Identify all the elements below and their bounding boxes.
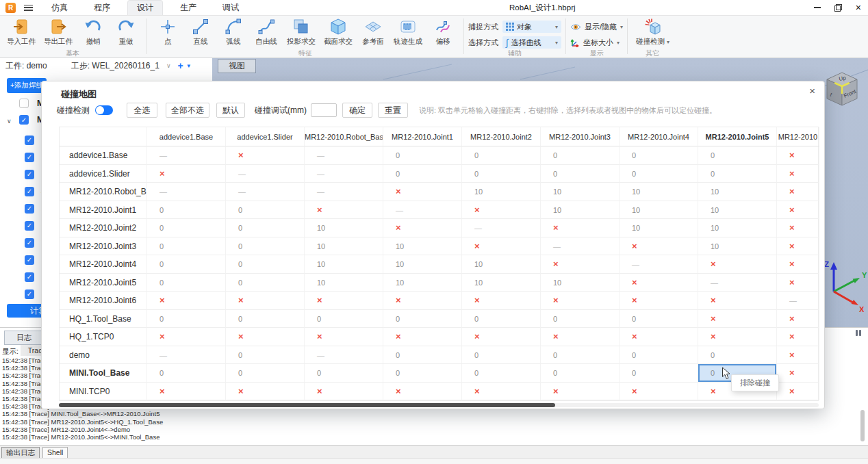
collision-cell[interactable]: ×	[226, 328, 305, 346]
collision-cell[interactable]: ×	[383, 292, 462, 310]
undo-button[interactable]: 撤销	[77, 16, 110, 47]
row-header[interactable]: MR12-2010.Joint5	[60, 274, 147, 292]
collision-cell[interactable]: 0	[462, 310, 541, 328]
collision-cell[interactable]: 10	[383, 255, 462, 274]
collision-cell[interactable]: 0	[462, 364, 541, 383]
collision-cell[interactable]: 0	[226, 310, 305, 328]
collision-cell[interactable]: ×	[698, 310, 777, 328]
collision-cell[interactable]: 0	[462, 346, 541, 365]
collision-cell[interactable]: ×	[777, 255, 819, 274]
collision-cell[interactable]: ×	[777, 346, 819, 365]
collision-cell[interactable]: 0	[147, 364, 226, 383]
collision-cell[interactable]: ×	[226, 383, 305, 401]
collision-cell[interactable]: 0	[541, 346, 620, 365]
collision-cell[interactable]: —	[226, 183, 305, 201]
checkbox-checked-icon[interactable]: ✓	[25, 255, 34, 265]
collision-cell[interactable]: ×	[777, 310, 819, 328]
collision-cell[interactable]: 0	[620, 146, 698, 165]
select-none-button[interactable]: 全部不选	[166, 103, 209, 118]
row-header[interactable]: MR12-2010.Robot_Base	[60, 183, 147, 201]
collision-cell[interactable]: ×	[462, 383, 541, 401]
menu-tab[interactable]: 调试	[214, 0, 248, 15]
collision-cell[interactable]: ×	[147, 292, 226, 310]
collision-cell[interactable]: ×	[777, 237, 819, 256]
collision-cell[interactable]: ×	[620, 292, 698, 310]
checkbox-checked-icon[interactable]: ✓	[25, 272, 34, 282]
column-header[interactable]: addevice1.Base	[147, 127, 226, 146]
collision-cell[interactable]: 0	[383, 310, 462, 328]
collision-cell[interactable]: ×	[462, 237, 541, 256]
collision-cell[interactable]: 10	[305, 237, 383, 256]
collision-cell[interactable]: —	[383, 201, 462, 220]
row-header[interactable]: MR12-2010.Joint1	[60, 201, 147, 220]
reference-plane-button[interactable]: 参考面	[357, 16, 390, 47]
collision-cell[interactable]: ×	[698, 255, 777, 274]
tab-log[interactable]: 日志	[4, 331, 44, 345]
column-header[interactable]: MR12-2010.Joint2	[462, 127, 541, 146]
checkbox-checked-icon[interactable]: ✓	[25, 289, 34, 299]
menu-tab[interactable]: 生产	[171, 0, 205, 15]
collision-cell[interactable]: 10	[383, 274, 462, 292]
trajectory-generate-button[interactable]: 轨迹生成	[390, 16, 426, 47]
collision-cell[interactable]: 10	[305, 274, 383, 292]
freeform-line-button[interactable]: 自由线	[250, 16, 283, 47]
collision-cell[interactable]: —	[305, 183, 383, 201]
reset-button[interactable]: 重置	[378, 103, 408, 118]
checkbox-checked-icon[interactable]: ✓	[25, 187, 34, 196]
collision-cell[interactable]: 0	[541, 364, 620, 383]
collision-cell[interactable]: 10	[698, 237, 777, 256]
collision-cell[interactable]: 0	[147, 201, 226, 220]
panel-pin-icon[interactable]	[856, 330, 861, 336]
collision-cell[interactable]: 0	[462, 146, 541, 165]
minimize-icon[interactable]	[814, 7, 821, 8]
collision-cell[interactable]: —	[305, 346, 383, 365]
arc-button[interactable]: 弧线	[217, 16, 250, 47]
collision-cell[interactable]: 10	[462, 274, 541, 292]
collision-cell[interactable]: 0	[147, 237, 226, 256]
collision-cell[interactable]: 0	[541, 165, 620, 183]
collision-cell[interactable]: ×	[226, 146, 305, 165]
collision-cell[interactable]: 0	[226, 237, 305, 256]
collision-cell[interactable]: ×	[777, 328, 819, 346]
collision-cell[interactable]: ×	[541, 328, 620, 346]
collision-cell[interactable]: ×	[777, 146, 819, 165]
collision-cell[interactable]: —	[147, 346, 226, 365]
collision-cell[interactable]: ×	[305, 383, 383, 401]
column-header[interactable]: MR12-2010.Joint1	[383, 127, 462, 146]
collision-cell[interactable]: 0	[226, 274, 305, 292]
horizontal-scrollbar[interactable]	[59, 403, 819, 407]
column-header[interactable]: MR12-2010.Joint4	[620, 127, 698, 146]
collision-cell[interactable]: —	[305, 146, 383, 165]
collision-cell[interactable]: 0	[383, 146, 462, 165]
collision-cell[interactable]: —	[462, 219, 541, 237]
collision-cell[interactable]: ×	[620, 383, 698, 401]
collision-cell[interactable]: 0	[462, 165, 541, 183]
projection-intersect-button[interactable]: 投影求交	[283, 16, 320, 47]
navigation-cube[interactable]: Up Front t	[820, 67, 864, 112]
collision-cell[interactable]: 0	[147, 310, 226, 328]
checkbox-checked-icon[interactable]: ✓	[25, 136, 34, 145]
collision-cell[interactable]: ×	[698, 328, 777, 346]
row-header[interactable]: demo	[60, 346, 147, 365]
collision-cell[interactable]: 0	[620, 346, 698, 365]
collision-cell[interactable]: ×	[383, 383, 462, 401]
row-header[interactable]: addevice1.Base	[60, 146, 147, 165]
collision-cell[interactable]: ×	[147, 328, 226, 346]
collision-cell[interactable]: ×	[698, 292, 777, 310]
collision-cell[interactable]: 0	[383, 165, 462, 183]
collision-cell[interactable]: ×	[305, 292, 383, 310]
dialog-close-icon[interactable]: ×	[809, 85, 815, 96]
collision-cell[interactable]: 0	[226, 255, 305, 274]
collision-cell[interactable]: 0	[147, 219, 226, 237]
collision-cell[interactable]: ×	[777, 201, 819, 220]
collision-cell[interactable]: 10	[541, 274, 620, 292]
collision-cell[interactable]: 10	[462, 255, 541, 274]
snap-mode-select[interactable]: 对象▾	[502, 21, 561, 33]
collision-cell[interactable]: ×	[620, 328, 698, 346]
window-close-icon[interactable]: ×	[856, 0, 861, 15]
collision-cell[interactable]: 0	[698, 346, 777, 365]
checkbox-checked-icon[interactable]: ✓	[25, 204, 34, 214]
collision-cell[interactable]: 0	[305, 364, 383, 383]
section-intersect-button[interactable]: 截面求交	[320, 16, 357, 47]
checkbox-checked-icon[interactable]: ✓	[25, 238, 34, 248]
